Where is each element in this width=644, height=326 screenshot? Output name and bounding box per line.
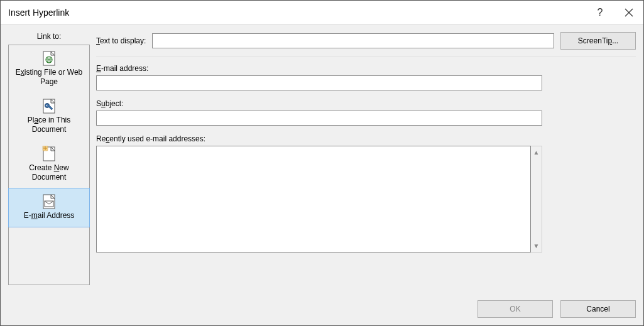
- dialog-title: Insert Hyperlink: [8, 8, 586, 18]
- subject-group: Subject:: [96, 99, 636, 126]
- email-address-group: E-mail address:: [96, 64, 636, 90]
- insert-hyperlink-dialog: Insert Hyperlink ? Link to: Existing Fil…: [0, 0, 644, 326]
- sidebar-item-label: Create New Document: [11, 163, 87, 182]
- screentip-button[interactable]: ScreenTip...: [560, 32, 636, 50]
- email-address-label: E-mail address:: [96, 64, 636, 73]
- email-icon: [11, 193, 87, 210]
- titlebar: Insert Hyperlink ?: [1, 1, 643, 24]
- sidebar-item-create-new-document[interactable]: Create New Document: [9, 141, 89, 188]
- help-button[interactable]: ?: [586, 1, 614, 24]
- dialog-footer: OK Cancel: [1, 293, 643, 325]
- web-page-icon: [11, 50, 87, 67]
- sidebar-item-label: E-mail Address: [11, 211, 87, 220]
- link-to-sidebar: Existing File or Web Page Place in This …: [8, 45, 90, 285]
- text-to-display-input[interactable]: [152, 33, 554, 48]
- close-button[interactable]: [614, 1, 643, 24]
- recent-listbox-wrap: ▲ ▼: [96, 146, 542, 253]
- dialog-body: Link to: Existing File or Web Page Place…: [1, 24, 643, 293]
- text-to-display-label: Text to display:: [96, 36, 146, 45]
- text-to-display-row: Text to display: ScreenTip...: [96, 32, 636, 57]
- sidebar-item-label: Place in This Document: [11, 116, 87, 134]
- sidebar-item-email-address[interactable]: E-mail Address: [8, 188, 90, 227]
- sidebar-column: Link to: Existing File or Web Page Place…: [8, 32, 90, 285]
- recent-group: Recently used e-mail addresses: ▲ ▼: [96, 134, 636, 253]
- email-address-input[interactable]: [96, 75, 542, 90]
- link-to-label: Link to:: [8, 32, 90, 45]
- ok-button[interactable]: OK: [478, 300, 553, 318]
- new-document-icon: [11, 146, 87, 162]
- recent-label: Recently used e-mail addresses:: [96, 134, 636, 143]
- recent-scrollbar[interactable]: ▲ ▼: [531, 146, 542, 253]
- scroll-down-icon[interactable]: ▼: [533, 242, 540, 249]
- sidebar-item-label: Existing File or Web Page: [11, 68, 87, 87]
- cancel-button[interactable]: Cancel: [560, 300, 636, 318]
- sidebar-item-place-in-document[interactable]: Place in This Document: [9, 93, 89, 141]
- bookmark-icon: [11, 98, 87, 114]
- sidebar-item-existing-file[interactable]: Existing File or Web Page: [9, 45, 89, 93]
- recent-listbox[interactable]: [96, 146, 531, 253]
- subject-input[interactable]: [96, 111, 542, 126]
- subject-label: Subject:: [96, 99, 636, 108]
- scroll-up-icon[interactable]: ▲: [533, 149, 540, 156]
- main-panel: Text to display: ScreenTip... E-mail add…: [96, 32, 636, 285]
- close-icon: [625, 8, 633, 17]
